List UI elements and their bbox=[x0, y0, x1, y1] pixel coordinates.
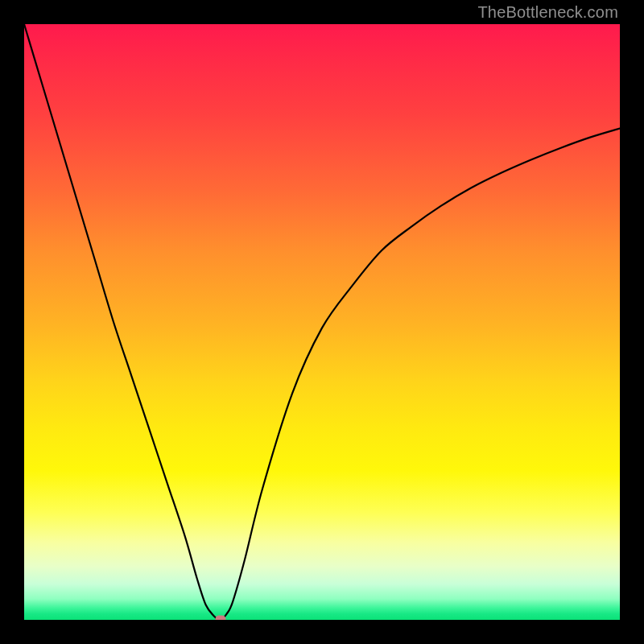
plot-area bbox=[24, 24, 620, 620]
optimal-point-marker bbox=[216, 615, 226, 620]
bottleneck-curve bbox=[24, 24, 620, 620]
watermark-text: TheBottleneck.com bbox=[477, 3, 618, 22]
chart-frame: TheBottleneck.com bbox=[0, 0, 644, 644]
